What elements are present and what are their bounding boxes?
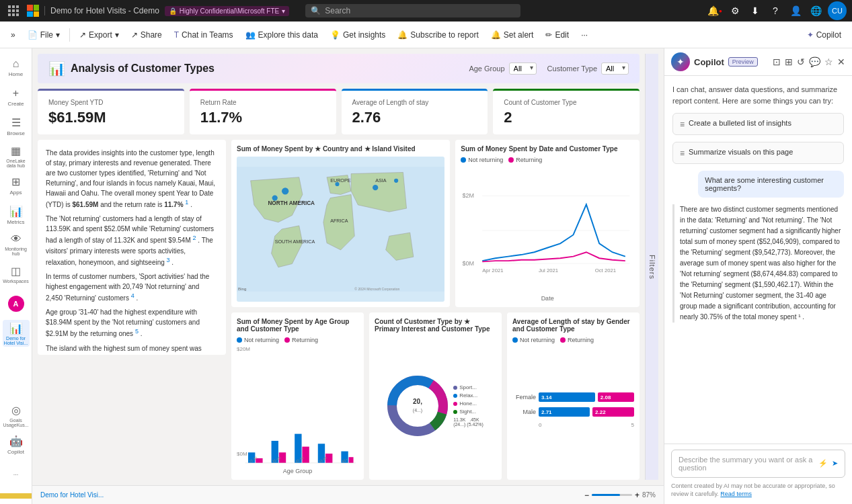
customer-type-select[interactable]: All bbox=[601, 62, 629, 75]
sidebar-item-demo[interactable]: 📊 Demo forHotel Visi... bbox=[3, 320, 30, 347]
sidebar-item-home[interactable]: ⌂ Home bbox=[3, 54, 30, 81]
left-sidebar: ⌂ Home + Create ☰ Browse ▦ OneLake data … bbox=[0, 48, 32, 504]
chat-icon[interactable]: 💬 bbox=[809, 56, 820, 67]
global-icon[interactable]: 🌐 bbox=[808, 3, 824, 19]
sidebar-item-more[interactable]: ··· bbox=[3, 461, 30, 488]
sidebar-item-apps[interactable]: ⊞ Apps bbox=[3, 172, 30, 199]
copilot-ai-response: There are two distinct customer segments… bbox=[672, 204, 844, 323]
filters-sidebar[interactable]: Filters bbox=[645, 54, 658, 480]
line-chart-card[interactable]: Sum of Money Spent by Date and Customer … bbox=[455, 140, 640, 307]
zoom-in-button[interactable]: + bbox=[635, 491, 640, 500]
notification-icon[interactable]: 🔔● bbox=[707, 3, 723, 19]
suggestion-list-icon-2: ≡ bbox=[680, 149, 685, 158]
female-nr-bar: 3.14 bbox=[539, 392, 595, 402]
explore-data-button[interactable]: 👥 Explore this data bbox=[240, 28, 323, 42]
donut-bottom-label: 11.3K .45K (24...) (5.42%) bbox=[453, 417, 483, 427]
donut-chart-card[interactable]: Count of Customer Type by ★ Primary Inte… bbox=[369, 312, 502, 480]
legend-returning: Returning bbox=[508, 157, 542, 163]
subscribe-button[interactable]: 🔔 Subscribe to report bbox=[392, 28, 483, 42]
sidebar-item-metrics[interactable]: 📊 Metrics bbox=[3, 202, 30, 228]
svg-rect-35 bbox=[302, 447, 309, 463]
zoom-control: − + 87% bbox=[584, 491, 656, 500]
donut-label-honey: Hone... bbox=[453, 401, 483, 407]
hbar-chart-card[interactable]: Average of Length of stay by Gender and … bbox=[507, 312, 640, 480]
window-icon[interactable]: ⊡ bbox=[773, 56, 781, 67]
bar-r-label: Returning bbox=[292, 337, 318, 343]
suggestion-insights-label: Create a bulleted list of insights bbox=[689, 119, 791, 127]
svg-text:$2M: $2M bbox=[463, 192, 475, 199]
bar-chart-card[interactable]: Sum of Money Spent by Age Group and Cust… bbox=[231, 312, 364, 480]
hbar-chart-title: Average of Length of stay by Gender and … bbox=[512, 318, 634, 333]
age-group-label: Age Group bbox=[469, 65, 504, 73]
sport-dot bbox=[453, 386, 457, 390]
sidebar-item-monitoring[interactable]: 👁 Monitoring hub bbox=[3, 231, 30, 258]
copilot-suggestion-summarize[interactable]: ≡ Summarize visuals on this page bbox=[672, 142, 844, 164]
sidebar-item-copilot[interactable]: 🤖 Copilot bbox=[3, 431, 30, 458]
topbar-icons: 🔔● ⚙ ⬇ ? 👤 🌐 CU bbox=[707, 1, 847, 20]
page-tab[interactable]: Demo for Hotel Visi... bbox=[40, 491, 104, 499]
zoom-out-button[interactable]: − bbox=[584, 491, 589, 500]
settings-icon[interactable]: ⚙ bbox=[727, 3, 743, 19]
export-button[interactable]: ↗ Export ▾ bbox=[74, 28, 124, 42]
not-returning-label: Not returning bbox=[468, 157, 503, 163]
sidebar-item-goals[interactable]: ◎ GoalsUsageKus... bbox=[3, 402, 30, 429]
svg-text:Apr 2021: Apr 2021 bbox=[482, 267, 503, 274]
hbar-chart-legend: Not returning Returning bbox=[512, 337, 634, 343]
search-bar[interactable]: 🔍 Search bbox=[305, 4, 520, 17]
customer-type-select-wrap[interactable]: All bbox=[601, 62, 629, 75]
monitoring-icon: 👁 bbox=[11, 233, 22, 245]
copilot-footer: Describe the summary you want or ask a q… bbox=[664, 444, 852, 504]
map-chart-title: Sum of Money Spent by ★ Country and ★ Is… bbox=[237, 145, 444, 153]
customer-type-filter: Customer Type All bbox=[547, 62, 629, 75]
sidebar-item-onelake[interactable]: ▦ OneLake data hub bbox=[3, 142, 30, 169]
download-icon[interactable]: ⬇ bbox=[747, 3, 763, 19]
sidebar-item-create[interactable]: + Create bbox=[3, 83, 30, 110]
help-icon[interactable]: ? bbox=[767, 3, 783, 19]
svg-text:EUROPE: EUROPE bbox=[330, 177, 351, 183]
copilot-input-area[interactable]: Describe the summary you want or ask a q… bbox=[671, 450, 845, 478]
chat-teams-button[interactable]: T Chat in Teams bbox=[169, 28, 239, 42]
share-icon[interactable]: 👤 bbox=[787, 3, 804, 19]
kpi-money-value: $61.59M bbox=[48, 109, 173, 126]
kpi-stay-value: 2.76 bbox=[352, 109, 477, 126]
share-button[interactable]: ↗ Share bbox=[126, 28, 167, 42]
kpi-return-value: 11.7% bbox=[200, 109, 325, 126]
set-alert-button[interactable]: 🔔 Set alert bbox=[486, 28, 539, 42]
sidebar-demo-label: Demo forHotel Visi... bbox=[4, 336, 28, 345]
sidebar-item-workspaces[interactable]: ◫ Workspaces bbox=[3, 261, 30, 288]
copilot-terms-link[interactable]: Read terms bbox=[720, 491, 752, 497]
sidebar-item-ai2[interactable]: A bbox=[3, 290, 30, 317]
zoom-slider[interactable] bbox=[592, 494, 632, 496]
age-group-select-wrap[interactable]: All bbox=[509, 62, 537, 75]
refresh-icon[interactable]: ↺ bbox=[797, 56, 805, 67]
map-chart-card[interactable]: Sum of Money Spent by ★ Country and ★ Is… bbox=[231, 140, 450, 307]
upper-charts-row: Sum of Money Spent by ★ Country and ★ Is… bbox=[231, 140, 640, 307]
expand-icon[interactable]: ⊞ bbox=[785, 56, 793, 67]
svg-rect-3 bbox=[8, 9, 11, 12]
sidebar-item-browse[interactable]: ☰ Browse bbox=[3, 113, 30, 140]
edit-button[interactable]: ✏ Edit bbox=[540, 28, 574, 42]
returning-label: Returning bbox=[516, 157, 542, 163]
copilot-suggestion-insights[interactable]: ≡ Create a bulleted list of insights bbox=[672, 113, 844, 135]
more-button[interactable]: ··· bbox=[576, 28, 593, 42]
age-group-select[interactable]: All bbox=[509, 62, 537, 75]
donut-labels: Sport... Relax... Hone... bbox=[453, 384, 483, 427]
file-button[interactable]: 📄 File ▾ bbox=[22, 28, 65, 42]
report-area: 📊 Analysis of Customer Types Age Group A… bbox=[32, 48, 664, 485]
copilot-button[interactable]: ✦ Copilot bbox=[802, 28, 847, 42]
star-icon[interactable]: ☆ bbox=[824, 56, 833, 67]
avatar[interactable]: CU bbox=[828, 1, 847, 20]
get-insights-button[interactable]: 💡 Get insights bbox=[325, 28, 391, 42]
svg-text:Oct 2021: Oct 2021 bbox=[595, 267, 616, 274]
text-analysis-card: The data provides insights into the cust… bbox=[38, 140, 226, 355]
collapse-button[interactable]: » bbox=[5, 28, 21, 42]
kpi-type-label: Count of Customer Type bbox=[504, 99, 629, 106]
copilot-spark-icon[interactable]: ⚡ bbox=[818, 459, 828, 468]
svg-text:$0M: $0M bbox=[463, 260, 475, 267]
zoom-level: 87% bbox=[642, 491, 656, 499]
copilot-send-icon[interactable]: ➤ bbox=[832, 459, 838, 468]
close-icon[interactable]: ✕ bbox=[837, 56, 845, 67]
waffle-menu[interactable] bbox=[5, 3, 22, 19]
hbar-female-label: Female bbox=[512, 394, 536, 401]
text-para-1: The data provides insights into the cust… bbox=[46, 148, 218, 210]
